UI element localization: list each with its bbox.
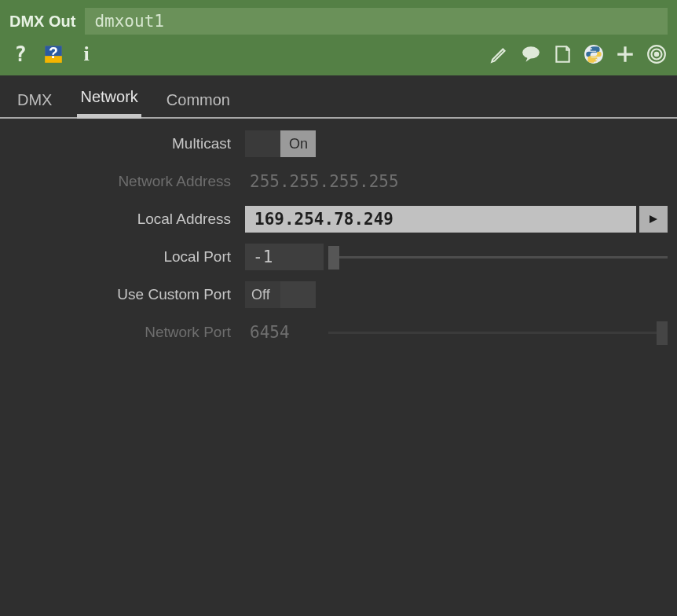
local-port-value[interactable]: -1 <box>245 244 324 270</box>
operator-name-input[interactable] <box>85 8 668 35</box>
speech-icon[interactable] <box>520 43 542 65</box>
local-address-menu-button[interactable] <box>639 206 668 233</box>
local-address-input[interactable] <box>245 206 636 233</box>
param-label: Use Custom Port <box>9 286 245 303</box>
parameters-panel: Multicast On Network Address 255.255.255… <box>0 119 677 356</box>
use-custom-port-toggle[interactable]: Off <box>245 281 316 308</box>
param-use-custom-port: Use Custom Port Off <box>9 280 668 309</box>
param-label: Network Port <box>9 324 245 341</box>
help-icon[interactable]: ? <box>9 43 31 65</box>
note-icon[interactable] <box>551 43 573 65</box>
param-network-port: Network Port 6454 <box>9 318 668 346</box>
param-local-address: Local Address <box>9 205 668 233</box>
target-icon[interactable] <box>646 43 668 65</box>
svg-text:?: ? <box>49 44 58 61</box>
operator-type-label: DMX Out <box>9 13 75 31</box>
param-label: Network Address <box>9 173 245 190</box>
info-icon[interactable]: i <box>75 43 97 65</box>
param-label: Local Port <box>9 248 245 266</box>
tab-network[interactable]: Network <box>77 88 141 119</box>
tab-dmx[interactable]: DMX <box>14 91 55 117</box>
param-label: Multicast <box>9 135 245 152</box>
param-local-port: Local Port -1 <box>9 243 668 271</box>
param-label: Local Address <box>9 211 245 228</box>
local-port-slider[interactable] <box>328 256 668 258</box>
network-port-value: 6454 <box>245 323 324 342</box>
network-address-value: 255.255.255.255 <box>245 172 399 191</box>
svg-point-9 <box>655 53 658 56</box>
svg-point-3 <box>522 46 540 58</box>
param-multicast: Multicast On <box>9 130 668 158</box>
tab-bar: DMX Network Common <box>0 75 677 119</box>
plus-icon[interactable] <box>614 43 636 65</box>
svg-point-5 <box>591 48 592 50</box>
python-icon[interactable] <box>583 43 605 65</box>
context-help-icon[interactable]: ? <box>42 43 64 65</box>
param-network-address: Network Address 255.255.255.255 <box>9 167 668 196</box>
svg-point-6 <box>595 59 597 60</box>
multicast-toggle[interactable]: On <box>245 130 316 157</box>
tab-common[interactable]: Common <box>163 91 233 117</box>
header-bar: DMX Out ? ? i <box>0 0 677 75</box>
network-port-slider <box>328 332 668 334</box>
pencil-icon[interactable] <box>489 43 510 65</box>
